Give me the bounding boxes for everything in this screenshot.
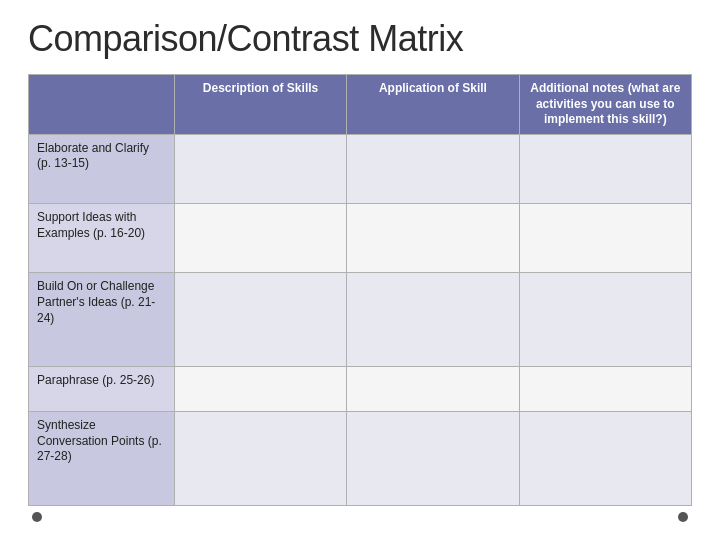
row-application[interactable] (347, 412, 519, 506)
table-body: Elaborate and Clarify (p. 13-15)Support … (29, 134, 692, 505)
table-row: Paraphrase (p. 25-26) (29, 367, 692, 412)
header-empty-cell (29, 75, 175, 135)
row-description[interactable] (174, 367, 346, 412)
header-notes: Additional notes (what are activities yo… (519, 75, 691, 135)
row-label: Elaborate and Clarify (p. 13-15) (29, 134, 175, 203)
row-application[interactable] (347, 273, 519, 367)
row-application[interactable] (347, 134, 519, 203)
row-label: Paraphrase (p. 25-26) (29, 367, 175, 412)
page-title: Comparison/Contrast Matrix (28, 18, 692, 60)
row-application[interactable] (347, 367, 519, 412)
row-description[interactable] (174, 134, 346, 203)
page: Comparison/Contrast Matrix Description o… (0, 0, 720, 540)
row-notes[interactable] (519, 412, 691, 506)
row-label: Synthesize Conversation Points (p. 27-28… (29, 412, 175, 506)
row-label: Build On or Challenge Partner's Ideas (p… (29, 273, 175, 367)
table-row: Support Ideas with Examples (p. 16-20) (29, 204, 692, 273)
bottom-dots (28, 506, 692, 522)
row-label: Support Ideas with Examples (p. 16-20) (29, 204, 175, 273)
table-row: Build On or Challenge Partner's Ideas (p… (29, 273, 692, 367)
row-description[interactable] (174, 412, 346, 506)
header-description: Description of Skills (174, 75, 346, 135)
row-application[interactable] (347, 204, 519, 273)
dot-left (32, 512, 42, 522)
header-application: Application of Skill (347, 75, 519, 135)
row-notes[interactable] (519, 273, 691, 367)
table-row: Elaborate and Clarify (p. 13-15) (29, 134, 692, 203)
row-notes[interactable] (519, 134, 691, 203)
dot-right (678, 512, 688, 522)
row-description[interactable] (174, 204, 346, 273)
header-row: Description of Skills Application of Ski… (29, 75, 692, 135)
matrix-table: Description of Skills Application of Ski… (28, 74, 692, 506)
row-notes[interactable] (519, 367, 691, 412)
table-row: Synthesize Conversation Points (p. 27-28… (29, 412, 692, 506)
row-description[interactable] (174, 273, 346, 367)
row-notes[interactable] (519, 204, 691, 273)
